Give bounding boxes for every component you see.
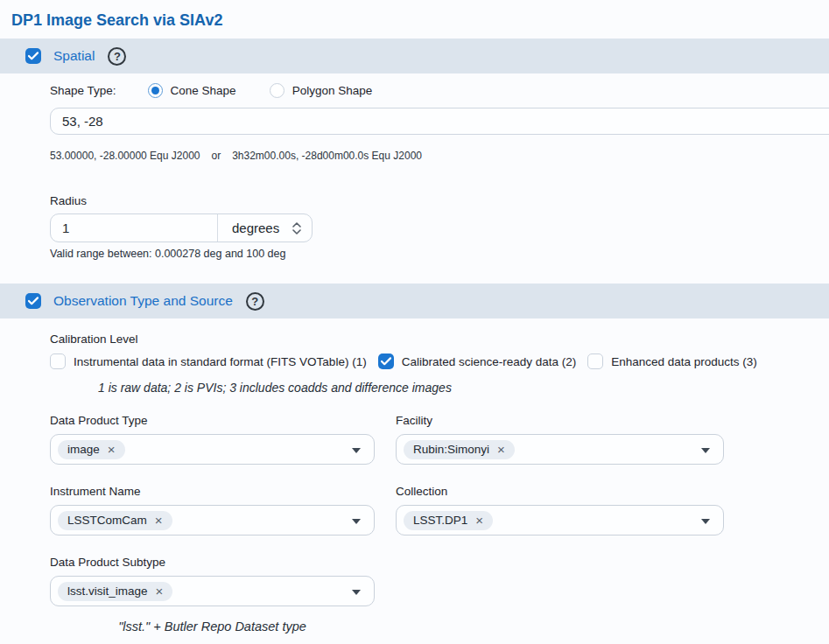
dropdown-arrow-icon[interactable] <box>352 519 361 524</box>
position-hint: 53.00000, -28.00000 Equ J2000 or 3h32m00… <box>50 150 829 163</box>
checkbox-option-enhanced-data[interactable]: Enhanced data products (3) <box>587 354 757 369</box>
dropdown-arrow-icon[interactable] <box>701 448 710 453</box>
field-label: Instrument Name <box>50 484 375 499</box>
sia-search-form: { "page": { "title": "DP1 Image Search v… <box>0 0 829 644</box>
fields-grid: Data Product Type image × Facility Rubin… <box>50 413 829 606</box>
position-input[interactable] <box>50 108 829 135</box>
subtype-note: "lsst." + Butler Repo Dataset type <box>50 619 375 634</box>
help-icon[interactable]: ? <box>246 292 264 311</box>
spinner-icon[interactable] <box>292 222 301 234</box>
chip-label: LSSTComCam <box>67 514 147 527</box>
dropdown-arrow-icon[interactable] <box>352 590 361 595</box>
spatial-section-body: Shape Type: Cone Shape Polygon Shape 53.… <box>50 81 829 261</box>
radio-option-cone-shape[interactable]: Cone Shape <box>148 83 236 98</box>
section-header-observation: Observation Type and Source ? <box>0 284 829 318</box>
radius-input[interactable] <box>51 214 217 242</box>
field-collection: Collection LSST.DP1 × <box>396 484 724 536</box>
chip-label: image <box>67 443 100 456</box>
radio-label-polygon: Polygon Shape <box>292 84 373 97</box>
radio-label-cone: Cone Shape <box>171 84 236 97</box>
dropdown-arrow-icon[interactable] <box>352 448 361 453</box>
chip-close-icon[interactable]: × <box>155 514 163 526</box>
chip-label: LSST.DP1 <box>413 514 467 527</box>
observation-section-body: Calibration Level Instrumental data in s… <box>50 332 829 634</box>
checkbox-option-instrumental-data[interactable]: Instrumental data in standard format (FI… <box>50 354 367 369</box>
chip-lsstcomcam: LSSTComCam × <box>58 511 172 530</box>
chip-close-icon[interactable]: × <box>475 514 483 526</box>
radius-unit-select[interactable]: degrees <box>217 214 312 242</box>
check-icon <box>28 297 39 305</box>
calibration-options-row: Instrumental data in standard format (FI… <box>50 354 829 369</box>
position-hint-sexagesimal: 3h32m00.00s, -28d00m00.0s Equ J2000 <box>232 150 422 163</box>
field-facility: Facility Rubin:Simonyi × <box>396 413 724 465</box>
chevron-down-icon <box>292 229 301 234</box>
position-hint-or: or <box>211 150 221 163</box>
chip-close-icon[interactable]: × <box>497 444 505 455</box>
chip-label: Rubin:Simonyi <box>413 443 489 456</box>
chip-close-icon[interactable]: × <box>108 444 116 455</box>
spatial-section-checkbox[interactable] <box>25 48 41 64</box>
spatial-section-label: Spatial <box>53 48 95 64</box>
radio-option-polygon-shape[interactable]: Polygon Shape <box>270 83 373 98</box>
check-icon <box>28 52 39 60</box>
calibration-level-label: Calibration Level <box>50 332 829 346</box>
calibration-note: 1 is raw data; 2 is PVIs; 3 includes coa… <box>98 380 829 396</box>
page-title: DP1 Image Search via SIAv2 <box>11 10 829 30</box>
observation-section-label: Observation Type and Source <box>53 293 233 309</box>
chip-rubin-simonyi: Rubin:Simonyi × <box>404 440 515 459</box>
field-label: Data Product Type <box>50 413 375 428</box>
shape-type-label: Shape Type: <box>50 84 116 97</box>
check-icon <box>381 357 391 366</box>
checkbox-label-level3: Enhanced data products (3) <box>611 355 757 368</box>
grid-empty-cell <box>396 555 724 606</box>
checkbox-label-level1: Instrumental data in standard format (FI… <box>74 355 367 368</box>
radius-unit-value: degrees <box>232 220 279 235</box>
checkbox-option-calibrated-data[interactable]: Calibrated science-ready data (2) <box>378 354 577 369</box>
radio-icon-cone[interactable] <box>148 83 163 98</box>
field-label: Data Product Subtype <box>50 555 375 570</box>
chip-close-icon[interactable]: × <box>156 585 164 597</box>
radius-label: Radius <box>50 193 829 208</box>
dropdown-arrow-icon[interactable] <box>701 519 710 524</box>
data-product-type-combobox[interactable]: image × <box>50 434 375 465</box>
checkbox-icon-level3[interactable] <box>587 354 603 369</box>
radio-icon-polygon[interactable] <box>270 83 285 98</box>
radius-control: degrees <box>50 214 313 242</box>
shape-type-row: Shape Type: Cone Shape Polygon Shape <box>50 81 829 99</box>
chip-lsst-visit-image: lsst.visit_image × <box>58 582 172 601</box>
chip-label: lsst.visit_image <box>67 584 148 598</box>
field-instrument-name: Instrument Name LSSTComCam × <box>50 484 375 536</box>
collection-combobox[interactable]: LSST.DP1 × <box>396 505 724 536</box>
instrument-name-combobox[interactable]: LSSTComCam × <box>50 505 375 536</box>
field-data-product-subtype: Data Product Subtype lsst.visit_image × <box>50 555 375 606</box>
facility-combobox[interactable]: Rubin:Simonyi × <box>396 434 724 465</box>
chip-lsst-dp1: LSST.DP1 × <box>404 511 493 530</box>
data-product-subtype-combobox[interactable]: lsst.visit_image × <box>50 576 375 606</box>
field-data-product-type: Data Product Type image × <box>50 413 375 465</box>
radius-valid-range-hint: Valid range between: 0.000278 deg and 10… <box>50 247 829 261</box>
field-label: Facility <box>396 413 724 428</box>
chevron-up-icon <box>292 222 301 228</box>
section-header-spatial: Spatial ? <box>0 38 829 74</box>
field-label: Collection <box>396 484 724 499</box>
chip-image: image × <box>58 440 125 459</box>
position-hint-decimal: 53.00000, -28.00000 Equ J2000 <box>50 150 200 163</box>
checkbox-label-level2: Calibrated science-ready data (2) <box>402 355 577 368</box>
checkbox-icon-level2[interactable] <box>378 354 394 369</box>
checkbox-icon-level1[interactable] <box>50 354 66 369</box>
help-icon[interactable]: ? <box>108 47 126 66</box>
observation-section-checkbox[interactable] <box>25 293 41 309</box>
